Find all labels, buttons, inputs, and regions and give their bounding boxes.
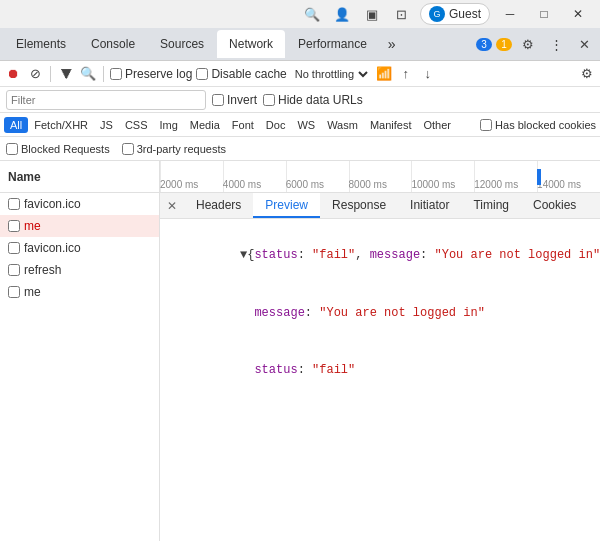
more-icon[interactable]: ⋮ xyxy=(544,32,568,56)
invert-checkbox[interactable]: Invert xyxy=(212,93,257,107)
network-toolbar: ⏺ ⊘ ⯆ 🔍 Preserve log Disable cache No th… xyxy=(0,61,600,87)
tab-initiator[interactable]: Initiator xyxy=(398,193,461,218)
type-doc[interactable]: Doc xyxy=(260,117,292,133)
timeline-header: Name 2000 ms 4000 ms 6000 ms 8000 ms 100… xyxy=(0,161,600,193)
file-name-refresh: refresh xyxy=(24,263,155,277)
type-filter-bar: All Fetch/XHR JS CSS Img Media Font Doc … xyxy=(0,113,600,137)
file-checkbox-me2[interactable] xyxy=(8,286,20,298)
hide-data-urls-input[interactable] xyxy=(263,94,275,106)
third-party-checkbox[interactable]: 3rd-party requests xyxy=(122,143,226,155)
network-settings-icon[interactable]: ⚙ xyxy=(578,65,596,83)
tab-headers[interactable]: Headers xyxy=(184,193,253,218)
json-indent-2 xyxy=(240,363,254,377)
third-party-input[interactable] xyxy=(122,143,134,155)
invert-input[interactable] xyxy=(212,94,224,106)
devtools-close-icon[interactable]: ✕ xyxy=(572,32,596,56)
title-bar: 🔍 👤 ▣ ⊡ G Guest ─ □ ✕ xyxy=(0,0,600,28)
settings-icon[interactable]: ⚙ xyxy=(516,32,540,56)
type-font[interactable]: Font xyxy=(226,117,260,133)
file-item-me2[interactable]: me xyxy=(0,281,159,303)
type-fetch-xhr[interactable]: Fetch/XHR xyxy=(28,117,94,133)
minimize-button[interactable]: ─ xyxy=(496,0,524,28)
hide-data-urls-label: Hide data URLs xyxy=(278,93,363,107)
json-val-msg: "You are not logged in" xyxy=(435,248,601,262)
json-key-status2: status xyxy=(254,363,297,377)
tab-preview[interactable]: Preview xyxy=(253,193,320,218)
file-name-favicon1: favicon.ico xyxy=(24,197,155,211)
tab-performance[interactable]: Performance xyxy=(286,30,379,58)
tab-timing[interactable]: Timing xyxy=(461,193,521,218)
maximize-button[interactable]: □ xyxy=(530,0,558,28)
profile-icon[interactable]: 👤 xyxy=(330,2,354,26)
disable-cache-label: Disable cache xyxy=(211,67,286,81)
disable-cache-input[interactable] xyxy=(196,68,208,80)
type-other[interactable]: Other xyxy=(417,117,457,133)
file-item-favicon1[interactable]: favicon.ico xyxy=(0,193,159,215)
preserve-log-input[interactable] xyxy=(110,68,122,80)
upload-icon[interactable]: ↑ xyxy=(397,65,415,83)
tab-more-button[interactable]: » xyxy=(380,32,404,56)
type-js[interactable]: JS xyxy=(94,117,119,133)
filter-icon[interactable]: ⯆ xyxy=(57,65,75,83)
tab-sources[interactable]: Sources xyxy=(148,30,216,58)
hide-data-urls-checkbox[interactable]: Hide data URLs xyxy=(263,93,363,107)
screenshot-icon[interactable]: ▣ xyxy=(360,2,384,26)
file-list: favicon.ico me favicon.ico refresh me xyxy=(0,193,160,541)
file-checkbox-refresh[interactable] xyxy=(8,264,20,276)
type-ws[interactable]: WS xyxy=(291,117,321,133)
json-val-msg2: "You are not logged in" xyxy=(319,306,485,320)
download-icon[interactable]: ↓ xyxy=(419,65,437,83)
file-checkbox-favicon2[interactable] xyxy=(8,242,20,254)
blocked-requests-checkbox[interactable]: Blocked Requests xyxy=(6,143,110,155)
has-blocked-cookies-input[interactable] xyxy=(480,119,492,131)
search-icon[interactable]: 🔍 xyxy=(79,65,97,83)
json-colon-4: : xyxy=(298,363,312,377)
type-manifest[interactable]: Manifest xyxy=(364,117,418,133)
throttling-select[interactable]: No throttling Fast 3G Slow 3G xyxy=(291,67,371,81)
tick-8000: 8000 ms xyxy=(349,179,387,190)
json-comma: , xyxy=(355,248,369,262)
record-button[interactable]: ⏺ xyxy=(4,65,22,83)
type-img[interactable]: Img xyxy=(154,117,184,133)
online-icon[interactable]: 📶 xyxy=(375,65,393,83)
file-checkbox-favicon1[interactable] xyxy=(8,198,20,210)
tab-cookies[interactable]: Cookies xyxy=(521,193,588,218)
json-key-status: status xyxy=(254,248,297,262)
preserve-log-checkbox[interactable]: Preserve log xyxy=(110,67,192,81)
type-all[interactable]: All xyxy=(4,117,28,133)
file-item-favicon2[interactable]: favicon.ico xyxy=(0,237,159,259)
type-css[interactable]: CSS xyxy=(119,117,154,133)
tab-network[interactable]: Network xyxy=(217,30,285,58)
tab-console[interactable]: Console xyxy=(79,30,147,58)
dock-icon[interactable]: ⊡ xyxy=(390,2,414,26)
filter-bar: Invert Hide data URLs xyxy=(0,87,600,113)
user-badge[interactable]: G Guest xyxy=(420,3,490,25)
third-party-label: 3rd-party requests xyxy=(137,143,226,155)
preview-tabs: ✕ Headers Preview Response Initiator Tim… xyxy=(160,193,600,219)
blocked-requests-input[interactable] xyxy=(6,143,18,155)
tick-6000: 6000 ms xyxy=(286,179,324,190)
tick-12000: 12000 ms xyxy=(474,179,518,190)
has-blocked-cookies-checkbox[interactable]: Has blocked cookies xyxy=(480,119,596,131)
file-checkbox-me[interactable] xyxy=(8,220,20,232)
tab-elements[interactable]: Elements xyxy=(4,30,78,58)
type-media[interactable]: Media xyxy=(184,117,226,133)
preview-close-button[interactable]: ✕ xyxy=(160,193,184,218)
json-line-1: ▼{status: "fail", message: "You are not … xyxy=(168,227,592,285)
file-item-refresh[interactable]: refresh xyxy=(0,259,159,281)
tab-bar: Elements Console Sources Network Perform… xyxy=(0,28,600,60)
tab-response[interactable]: Response xyxy=(320,193,398,218)
tick-2000: 2000 ms xyxy=(160,179,198,190)
stop-button[interactable]: ⊘ xyxy=(26,65,44,83)
invert-label: Invert xyxy=(227,93,257,107)
filter-input[interactable] xyxy=(6,90,206,110)
name-column-label: Name xyxy=(8,170,41,184)
disable-cache-checkbox[interactable]: Disable cache xyxy=(196,67,286,81)
json-key-message: message xyxy=(370,248,420,262)
close-button[interactable]: ✕ xyxy=(564,0,592,28)
type-wasm[interactable]: Wasm xyxy=(321,117,364,133)
timeline-indicator xyxy=(537,169,541,185)
error-badge: 3 xyxy=(476,38,492,51)
search-icon[interactable]: 🔍 xyxy=(300,2,324,26)
file-item-me[interactable]: me xyxy=(0,215,159,237)
